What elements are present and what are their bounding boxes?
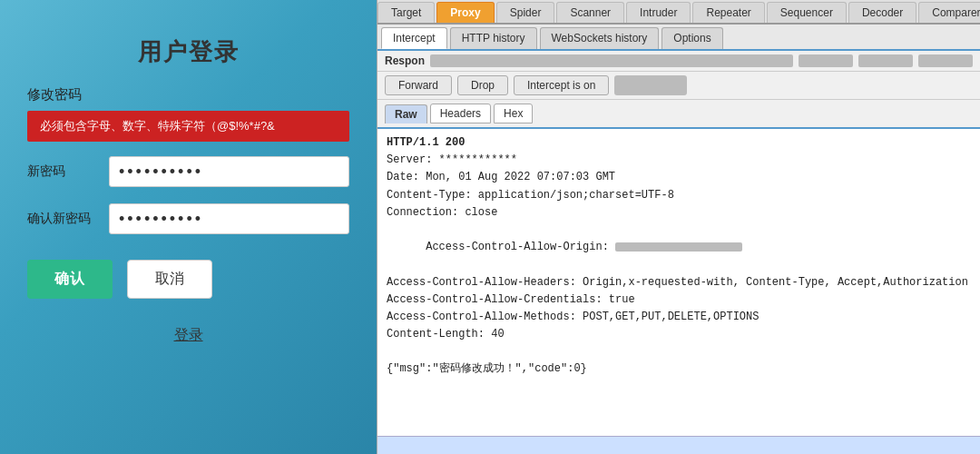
tab-decoder[interactable]: Decoder (848, 2, 916, 23)
content-tab-hex[interactable]: Hex (494, 104, 533, 123)
confirm-password-input[interactable] (109, 203, 349, 234)
tab-intruder[interactable]: Intruder (626, 2, 691, 23)
response-bar: Respon (377, 51, 980, 72)
tab-proxy[interactable]: Proxy (436, 2, 494, 23)
blurred-action (614, 75, 687, 95)
response-blurred3 (858, 54, 913, 67)
right-panel: Target Proxy Spider Scanner Intruder Rep… (377, 0, 980, 454)
http-acam: Access-Control-Allow-Methods: POST,GET,P… (387, 309, 971, 326)
tab-sequencer[interactable]: Sequencer (767, 2, 847, 23)
http-status-line: HTTP/1.1 200 (387, 134, 971, 152)
new-password-label: 新密码 (27, 163, 109, 180)
top-nav: Target Proxy Spider Scanner Intruder Rep… (377, 0, 980, 25)
login-link[interactable]: 登录 (174, 326, 203, 345)
change-password-label: 修改密码 (27, 86, 82, 104)
http-server: Server: ************ (387, 152, 971, 169)
content-tabs: Raw Headers Hex (377, 100, 980, 129)
http-acao: Access-Control-Allow-Origin: (387, 222, 971, 274)
response-blurred4 (918, 54, 973, 67)
button-row: 确认 取消 (27, 260, 349, 299)
response-label: Respon (385, 54, 425, 67)
content-tab-headers[interactable]: Headers (430, 104, 491, 123)
http-connection: Connection: close (387, 204, 971, 222)
subtab-intercept[interactable]: Intercept (381, 27, 447, 49)
error-banner: 必须包含字母、数字、特殊字符（@$!%*#?& (27, 111, 349, 142)
left-panel: 用户登录 修改密码 必须包含字母、数字、特殊字符（@$!%*#?& 新密码 确认… (0, 0, 377, 454)
http-body: {"msg":"密码修改成功！","code":0} (387, 360, 971, 378)
response-blurred (430, 54, 793, 67)
http-content: HTTP/1.1 200 Server: ************ Date: … (377, 129, 980, 436)
subtab-options[interactable]: Options (662, 27, 722, 49)
intercept-button[interactable]: Intercept is on (514, 75, 609, 95)
tab-comparer[interactable]: Comparer (918, 2, 980, 23)
content-tab-raw[interactable]: Raw (385, 104, 427, 123)
http-content-length: Content-Length: 40 (387, 326, 971, 343)
response-blurred2 (799, 54, 853, 67)
tab-repeater[interactable]: Repeater (692, 2, 764, 23)
http-blank (387, 343, 971, 360)
sub-tabs: Intercept HTTP history WebSockets histor… (377, 25, 980, 51)
subtab-websockets-history[interactable]: WebSockets history (540, 27, 660, 49)
new-password-row: 新密码 (27, 156, 349, 187)
confirm-password-label: 确认新密码 (27, 211, 109, 227)
confirm-button[interactable]: 确认 (27, 260, 113, 299)
forward-button[interactable]: Forward (385, 75, 452, 95)
subtab-http-history[interactable]: HTTP history (450, 27, 537, 49)
action-bar: Forward Drop Intercept is on (377, 72, 980, 100)
http-date: Date: Mon, 01 Aug 2022 07:07:03 GMT (387, 169, 971, 186)
cancel-button[interactable]: 取消 (127, 260, 212, 299)
tab-target[interactable]: Target (377, 2, 435, 23)
http-content-type: Content-Type: application/json;charset=U… (387, 187, 971, 204)
tab-spider[interactable]: Spider (496, 2, 555, 23)
drop-button[interactable]: Drop (457, 75, 508, 95)
confirm-password-row: 确认新密码 (27, 203, 349, 234)
acao-blurred (615, 242, 742, 252)
http-acac: Access-Control-Allow-Credentials: true (387, 291, 971, 309)
tab-scanner[interactable]: Scanner (556, 2, 624, 23)
new-password-input[interactable] (109, 156, 349, 187)
login-title: 用户登录 (138, 36, 240, 68)
http-acah: Access-Control-Allow-Headers: Origin,x-r… (387, 274, 971, 291)
bottom-bar (377, 436, 980, 454)
